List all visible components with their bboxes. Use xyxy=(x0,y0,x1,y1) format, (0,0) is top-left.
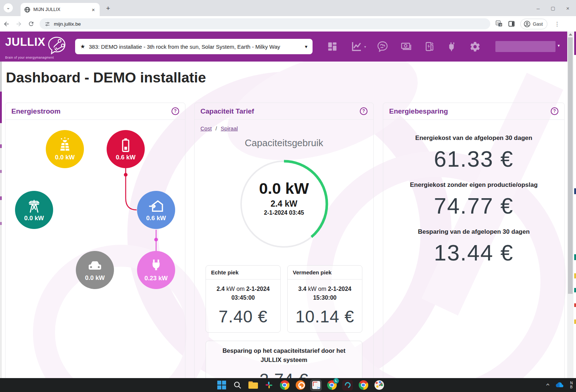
card-energiestroom: Energiestroom ? 0.0 kW xyxy=(5,103,185,378)
power-grid-icon xyxy=(26,198,43,214)
page-title: Dashboard - DEMO installatie xyxy=(6,70,206,86)
help-icon[interactable]: ? xyxy=(551,107,558,115)
scrollbar-thumb[interactable] xyxy=(568,37,573,294)
slack-icon[interactable] xyxy=(263,380,274,391)
windows-taskbar: L ^ N B xyxy=(0,378,576,392)
ai-brain-icon[interactable] xyxy=(376,40,389,53)
node-battery[interactable]: 0.6 kW xyxy=(107,130,145,168)
tab-close-icon[interactable]: × xyxy=(91,7,96,13)
installation-selector-value: 383: DEMO installatie - 3th rock from th… xyxy=(89,44,305,50)
billing-icon[interactable] xyxy=(399,40,413,53)
echte-piek-title: Echte piek xyxy=(206,266,280,280)
window-minimize-button[interactable]: – xyxy=(537,5,540,11)
page-scrollbar[interactable] xyxy=(567,32,573,378)
forward-button[interactable] xyxy=(12,20,25,27)
snipping-tool-icon[interactable] xyxy=(311,380,321,391)
profile-label: Gast xyxy=(533,21,543,27)
scrollbar-up-arrow[interactable] xyxy=(569,33,572,36)
help-icon[interactable]: ? xyxy=(171,107,179,115)
browser-toolbar: mijn.jullix.be G 文 Gast ⋮ xyxy=(0,16,576,32)
person-icon xyxy=(524,21,531,27)
installation-selector[interactable]: ★ 383: DEMO installatie - 3th rock from … xyxy=(75,39,313,54)
node-label: 0.6 kW xyxy=(146,215,166,222)
browser-menu-icon[interactable]: ⋮ xyxy=(553,21,561,27)
screen: ⌄ MIJN JULLIX × + – ▢ × xyxy=(0,0,576,392)
windows-start-icon[interactable] xyxy=(216,380,227,391)
globe-favicon-icon xyxy=(24,7,30,13)
chrome-profile-icon[interactable]: L xyxy=(326,380,337,391)
capaciteit-besparing-text: Besparing op het capaciteitstarief door … xyxy=(213,346,355,365)
capaciteit-besparing-box: Besparing op het capaciteitstarief door … xyxy=(206,341,362,378)
besparing-30d-value: 13.44 € xyxy=(383,240,564,266)
profile-button[interactable]: Gast xyxy=(520,19,547,29)
node-solar[interactable]: 0.0 kW xyxy=(46,130,84,168)
besparing-30d-label: Besparing van de afgelopen 30 dagen xyxy=(383,228,564,236)
node-home[interactable]: 0.6 kW xyxy=(137,191,175,229)
window-maximize-button[interactable]: ▢ xyxy=(551,5,555,11)
user-menu[interactable] xyxy=(495,41,555,52)
back-button[interactable] xyxy=(0,20,12,27)
window-close-button[interactable]: × xyxy=(566,5,569,11)
echte-piek-box: Echte piek 2.4 kW om 2-1-2024 03:45:00 7… xyxy=(206,265,281,333)
svg-text:文: 文 xyxy=(499,23,502,27)
site-settings-icon[interactable] xyxy=(45,21,50,27)
star-icon: ★ xyxy=(80,43,85,50)
breadcrumb-cost-link[interactable]: Cost xyxy=(200,125,212,132)
paint-palette-icon[interactable] xyxy=(374,380,384,391)
plug-icon xyxy=(148,258,164,274)
node-label: 0.0 kW xyxy=(55,154,75,161)
capaciteit-besparing-amount: 2.74 € xyxy=(213,370,355,378)
chrome-2-icon[interactable] xyxy=(358,380,369,391)
node-grid[interactable]: 0.0 kW xyxy=(15,191,53,229)
side-panel-icon[interactable] xyxy=(508,20,515,27)
onedrive-icon[interactable] xyxy=(555,382,564,388)
car-icon xyxy=(86,258,104,274)
tray-show-hidden-icon[interactable]: ^ xyxy=(546,382,550,388)
card-title-capaciteit: Capaciteit Tarief xyxy=(200,107,254,115)
translate-icon[interactable]: G 文 xyxy=(495,20,503,27)
solar-panel-icon xyxy=(56,137,73,153)
echte-piek-amount: 7.40 € xyxy=(210,307,277,326)
chrome-profile-badge: L xyxy=(333,378,339,384)
reload-button[interactable] xyxy=(25,21,37,27)
chrome-icon[interactable] xyxy=(279,380,290,391)
search-icon[interactable] xyxy=(232,380,243,391)
node-plug[interactable]: 0.23 kW xyxy=(137,251,175,289)
devices-plug-icon[interactable] xyxy=(445,40,459,53)
vermeden-piek-kw: 3.4 xyxy=(298,286,306,292)
echte-piek-mid: kW om xyxy=(225,286,246,292)
browser-tab[interactable]: MIJN JULLIX × xyxy=(21,3,100,16)
help-icon[interactable]: ? xyxy=(360,107,368,115)
node-label: 0.23 kW xyxy=(144,275,167,282)
left-edge-strip xyxy=(0,62,2,378)
browser-tab-strip: ⌄ MIJN JULLIX × + – ▢ × xyxy=(0,0,576,16)
charts-icon[interactable] xyxy=(350,40,363,53)
dashboard-icon[interactable] xyxy=(325,40,339,53)
chevron-down-icon: ▾ xyxy=(305,44,307,49)
vermeden-piek-mid: kW om xyxy=(306,286,328,292)
charts-caret-icon[interactable]: ▾ xyxy=(364,45,366,49)
tray-partial-text: N B xyxy=(570,381,575,389)
file-explorer-icon[interactable] xyxy=(248,380,258,391)
url-text[interactable]: mijn.jullix.be xyxy=(54,21,81,27)
settings-gear-icon[interactable] xyxy=(468,40,482,53)
kraken-icon[interactable] xyxy=(342,380,353,391)
battery-icon xyxy=(118,137,134,153)
jullix-logo[interactable]: JULLIX Brain of your energymanagment xyxy=(5,36,67,59)
openvpn-icon[interactable] xyxy=(295,380,306,391)
node-label: 0.0 kW xyxy=(85,274,105,282)
user-caret-icon[interactable]: ▾ xyxy=(558,43,560,48)
ev-charging-icon[interactable] xyxy=(422,40,436,53)
tab-title: MIJN JULLIX xyxy=(33,7,91,12)
url-bar[interactable]: mijn.jullix.be xyxy=(40,18,490,29)
page-content: Dashboard - DEMO installatie Energiestro… xyxy=(0,62,570,378)
card-energiebesparing: Energiebesparing ? Energiekost van de af… xyxy=(383,103,565,378)
energiekost-30d-label: Energiekost van de afgelopen 30 dagen xyxy=(383,134,564,142)
tab-search-chevron-icon[interactable]: ⌄ xyxy=(4,3,13,12)
breadcrumb: Cost / Spiraal xyxy=(195,120,373,132)
node-car[interactable]: 0.0 kW xyxy=(76,251,114,289)
new-tab-button[interactable]: + xyxy=(104,4,112,12)
vermeden-piek-title: Vermeden piek xyxy=(288,266,362,280)
breadcrumb-spiraal-link[interactable]: Spiraal xyxy=(221,125,238,132)
logo-tagline: Brain of your energymanagment xyxy=(5,56,67,59)
